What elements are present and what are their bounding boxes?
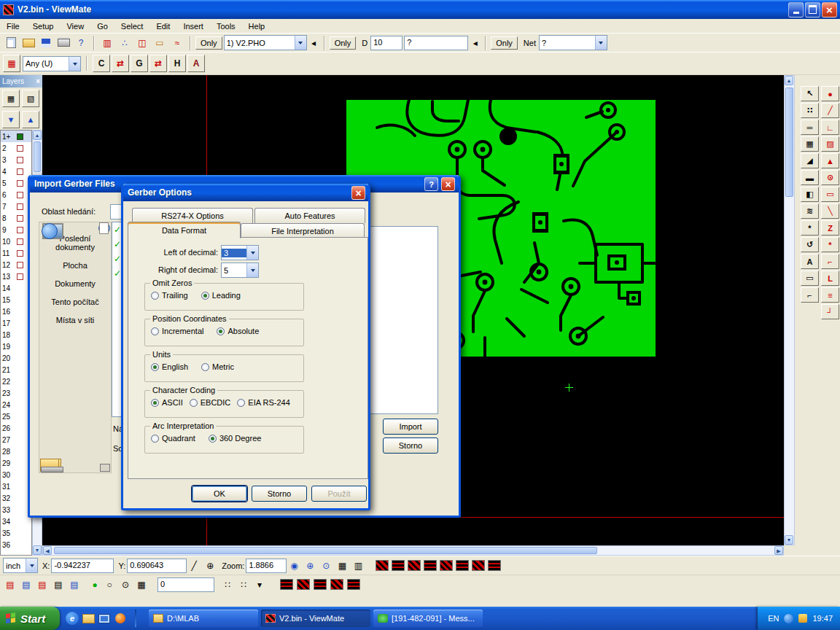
layer-row[interactable]: 7 (1, 201, 31, 212)
star-tool-icon[interactable]: * (801, 220, 819, 236)
spoke-tool-icon[interactable]: * (821, 237, 839, 252)
layer-row[interactable]: 11 (1, 247, 31, 259)
layer-up-icon[interactable]: ▲ (22, 111, 39, 128)
dot-grid-icon[interactable]: ∷ (236, 578, 251, 591)
import-button[interactable]: Import (383, 419, 438, 435)
layer-swatch[interactable] (17, 250, 23, 257)
only-dcode-toggle[interactable]: Only (330, 36, 357, 50)
right-decimal-combo[interactable]: 5 (221, 262, 259, 278)
dcode-find-input[interactable]: ? (404, 36, 468, 50)
layer-row[interactable]: 18 (1, 329, 31, 341)
dcode-pattern-icon[interactable] (376, 560, 389, 571)
dcode-pattern-icon[interactable] (424, 560, 437, 571)
radio-360-degree[interactable]: 360 Degree (209, 434, 262, 443)
radio-trailing[interactable]: Trailing (151, 291, 188, 300)
task-mlab[interactable]: D:\MLAB (149, 610, 258, 627)
selection-grid-icon[interactable]: ▦ (3, 55, 20, 72)
radio-ebcdic[interactable]: EBCDIC (190, 398, 231, 407)
layer-row[interactable]: 22 (1, 376, 31, 387)
layer-row[interactable]: 2 (1, 142, 31, 154)
menu-item[interactable]: Setup (26, 20, 61, 32)
chevron-down-icon[interactable] (69, 57, 80, 71)
close-button[interactable] (441, 177, 455, 191)
explorer-icon[interactable] (82, 612, 95, 625)
pad-pattern-icon[interactable] (330, 579, 343, 590)
place-network[interactable]: Místa v síti (40, 316, 110, 324)
layer-row[interactable]: 33 (1, 504, 31, 516)
tab-file-interpretation[interactable]: File Interpretation (241, 223, 365, 238)
place-documents[interactable]: Dokumenty (40, 279, 110, 288)
chevron-down-icon[interactable] (595, 36, 607, 50)
film-view-icon[interactable]: ▤ (35, 578, 50, 591)
only-net-toggle[interactable]: Only (491, 36, 518, 50)
menu-item[interactable]: Tools (210, 20, 242, 32)
radio-absolute[interactable]: Absolute (217, 327, 259, 335)
scroll-right-icon[interactable]: ▶ (774, 546, 783, 555)
corner-notch-icon[interactable]: ⌐ (801, 287, 819, 303)
layer-row[interactable]: 1+ (1, 131, 31, 142)
layer-row[interactable]: 26 (1, 422, 31, 434)
menu-item[interactable]: View (60, 20, 90, 32)
scroll-up-icon[interactable]: ▲ (785, 76, 793, 85)
pad-pattern-icon[interactable] (314, 579, 327, 590)
radio-eia-rs244[interactable]: EIA RS-244 (237, 398, 289, 407)
scroll-down-icon[interactable]: ▼ (33, 545, 42, 555)
layer-row[interactable]: 15 (1, 294, 31, 306)
layer-row[interactable]: 5 (1, 177, 31, 189)
layer-row[interactable]: 16 (1, 306, 31, 317)
show-desktop-icon[interactable] (98, 612, 111, 625)
dcode-dots-icon[interactable]: ∴ (117, 35, 133, 51)
layer-row[interactable]: 23 (1, 387, 31, 399)
layer-swatch[interactable] (17, 262, 23, 268)
layer-combo[interactable]: 1) V2.PHO (224, 35, 307, 50)
grid-fine-icon[interactable]: ▦ (335, 559, 349, 572)
scroll-thumb[interactable] (54, 547, 597, 554)
angle-tool-icon[interactable]: ∟ (821, 120, 839, 135)
l-shape-icon[interactable]: L (821, 271, 839, 286)
transfer-icon[interactable]: ⇄ (149, 55, 167, 72)
layer-row[interactable]: 21 (1, 364, 31, 376)
fill-tool-icon[interactable]: ▦ (801, 136, 819, 152)
layer-row[interactable]: 6 (1, 189, 31, 201)
dcode-input[interactable]: 10 (370, 36, 402, 50)
layer-down-icon[interactable]: ▼ (2, 111, 20, 128)
line-tool-icon[interactable]: ═ (801, 120, 819, 135)
wave-icon[interactable]: ≈ (169, 35, 185, 51)
frame-tool-icon[interactable]: ▭ (801, 271, 819, 286)
place-my-computer[interactable]: Tento počítač (40, 298, 110, 306)
units-combo[interactable]: inch (3, 558, 38, 573)
triangle-tool-icon[interactable]: ▲ (821, 153, 839, 168)
layer-row[interactable]: 25 (1, 411, 31, 422)
chevron-down-icon[interactable] (295, 36, 306, 50)
menu-item[interactable]: Select (114, 20, 150, 32)
tab-rs274x-options[interactable]: RS274-X Options (132, 208, 253, 223)
layer-swatch[interactable] (17, 238, 23, 245)
print-icon[interactable] (55, 35, 71, 51)
radio-metric[interactable]: Metric (201, 362, 234, 371)
apply-button[interactable]: Použít (311, 486, 367, 502)
menu-item[interactable]: Go (90, 20, 114, 32)
prev-layer-button[interactable]: ◂ (308, 35, 319, 51)
radio-quadrant[interactable]: Quadrant (151, 434, 195, 443)
layer-swatch[interactable] (17, 215, 23, 222)
dcode-pattern-icon[interactable] (488, 560, 501, 571)
layer-row[interactable]: 35 (1, 527, 31, 539)
start-button[interactable]: Start (0, 607, 60, 630)
layer-row[interactable]: 32 (1, 492, 31, 504)
zoom-in-icon[interactable]: ⊕ (303, 559, 317, 572)
layers-edit-icon[interactable]: ▧ (22, 90, 39, 107)
clock[interactable]: 19:47 (812, 614, 833, 623)
layer-row[interactable]: 31 (1, 481, 31, 492)
pad-pattern-icon[interactable] (280, 579, 293, 590)
rotate-icon[interactable]: ↺ (801, 237, 819, 252)
task-viewmate[interactable]: V2.bin - ViewMate (261, 610, 370, 627)
circle-select-icon[interactable]: ○ (102, 578, 117, 591)
close-button[interactable] (351, 186, 365, 200)
layer-swatch[interactable] (17, 145, 23, 152)
cancel-button[interactable]: Storno (252, 486, 307, 502)
aperture-columns-icon[interactable]: ▥ (99, 35, 115, 51)
g-code-icon[interactable]: G (131, 55, 148, 72)
layer-row[interactable]: 28 (1, 446, 31, 457)
radio-ascii[interactable]: ASCII (151, 398, 183, 407)
grid-toggle-icon[interactable]: ▦ (134, 578, 149, 591)
